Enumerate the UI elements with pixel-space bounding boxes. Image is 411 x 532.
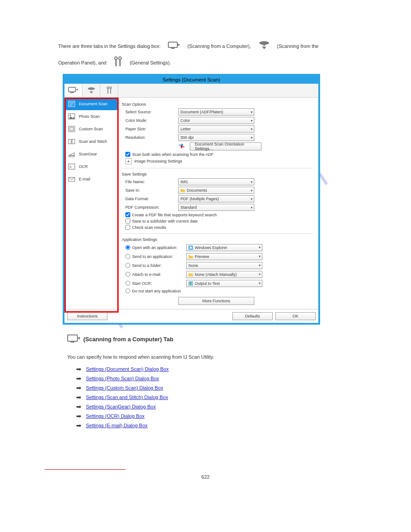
sidebar-item-email[interactable]: E-mail [64, 173, 118, 185]
arrow-icon: ➡ [76, 412, 81, 420]
main-panel: Scan Options Select Source: Document (AD… [118, 98, 318, 309]
sidebar-item-ocr[interactable]: A OCR [64, 160, 118, 173]
link-email[interactable]: Settings (E-mail) Dialog Box [86, 423, 148, 428]
sidebar-item-document-scan[interactable]: Document Scan [64, 98, 118, 110]
link-document-scan[interactable]: Settings (Document Scan) Dialog Box [86, 366, 169, 372]
intro-text-2: (Scanning from a Computer), [188, 43, 251, 51]
start-ocr-radio[interactable]: Start OCR: [125, 281, 184, 286]
sidebar-label: OCR [79, 164, 88, 169]
explorer-icon [188, 245, 193, 250]
svg-rect-24 [68, 139, 71, 144]
open-with-dropdown[interactable]: Windows Explorer [186, 244, 262, 251]
defaults-button[interactable]: Defaults [232, 312, 273, 320]
save-in-dropdown[interactable]: Documents [178, 187, 254, 194]
expand-image-processing-button[interactable]: + [125, 158, 132, 164]
arrow-icon: ➡ [76, 384, 81, 391]
pdf-compression-dropdown[interactable]: Standard [178, 204, 254, 211]
sidebar-label: Scan and Stitch [79, 139, 107, 144]
sidebar-item-scangear[interactable]: ScanGear [64, 148, 118, 160]
svg-point-5 [115, 57, 117, 60]
svg-rect-9 [68, 87, 76, 92]
arrow-icon: ➡ [76, 365, 81, 373]
footnote-rule [45, 469, 125, 470]
checkbox-input[interactable] [125, 152, 130, 157]
attach-email-dropdown[interactable]: None (Attach Manually) [186, 271, 262, 278]
scan-from-computer-icon [67, 334, 81, 344]
send-to-app-dropdown[interactable]: Preview [186, 253, 262, 260]
data-format-label: Data Format: [122, 197, 176, 201]
select-source-label: Select Source: [122, 110, 176, 114]
svg-rect-1 [171, 48, 175, 49]
svg-point-12 [107, 87, 109, 89]
sidebar-item-photo-scan[interactable]: Photo Scan [64, 110, 118, 123]
intro-text-5: (General Settings). [130, 59, 171, 67]
save-settings-heading: Save Settings [122, 172, 313, 176]
svg-rect-23 [70, 128, 73, 130]
swap-icon[interactable] [178, 143, 185, 150]
svg-rect-26 [69, 155, 74, 157]
svg-rect-34 [68, 335, 77, 341]
sidebar-label: Custom Scan [79, 127, 103, 131]
instructions-button[interactable]: Instructions [67, 312, 107, 320]
settings-dialog: Settings (Document Scan) Document Scan [63, 74, 320, 325]
create-pdf-keyword-checkbox[interactable]: Create a PDF file that supports keyword … [125, 212, 313, 217]
save-subfolder-checkbox[interactable]: Save to a subfolder with current date [125, 219, 313, 223]
scangear-icon [68, 151, 75, 157]
more-functions-button[interactable]: More Functions [178, 297, 254, 305]
send-to-app-radio[interactable]: Send to an application: [125, 254, 184, 259]
page-number: 622 [9, 474, 402, 480]
send-to-folder-radio[interactable]: Send to a folder: [125, 263, 184, 268]
attach-email-radio[interactable]: Attach to e-mail: [125, 272, 184, 277]
ok-button[interactable]: OK [275, 312, 316, 320]
data-format-dropdown[interactable]: PDF (Multiple Pages) [178, 195, 254, 202]
do-not-start-radio[interactable]: Do not start any application [125, 288, 313, 293]
arrow-icon: ➡ [76, 403, 81, 410]
file-name-label: File Name: [122, 180, 176, 184]
paper-size-dropdown[interactable]: Letter [178, 125, 254, 133]
orientation-settings-button[interactable]: Document Scan Orientation Settings... [190, 142, 261, 150]
svg-rect-4 [263, 44, 265, 46]
link-scan-stitch[interactable]: Settings (Scan and Stitch) Dialog Box [86, 395, 168, 400]
select-source-dropdown[interactable]: Document (ADF/Platen) [178, 108, 254, 116]
sidebar-label: Photo Scan [79, 114, 100, 119]
open-with-app-radio[interactable]: Open with an application: [125, 245, 184, 250]
folder-icon [188, 254, 193, 259]
sidebar-item-custom-scan[interactable]: Custom Scan [64, 123, 118, 135]
intro-paragraph: There are three tabs in the Settings dia… [58, 40, 380, 69]
text-icon: T [188, 281, 193, 286]
svg-rect-31 [190, 247, 192, 249]
link-photo-scan[interactable]: Settings (Photo Scan) Dialog Box [86, 376, 159, 381]
arrow-icon: ➡ [76, 422, 81, 429]
svg-text:T: T [189, 282, 192, 285]
scan-options-heading: Scan Options [122, 102, 313, 107]
scan-both-sides-checkbox[interactable]: Scan both sides when scanning from the A… [125, 152, 313, 157]
svg-rect-0 [168, 42, 177, 47]
check-results-checkbox[interactable]: Check scan results [125, 225, 313, 230]
sidebar-label: ScanGear [79, 152, 97, 156]
start-ocr-dropdown[interactable]: T Output to Text [186, 280, 262, 287]
intro-text-1: There are three tabs in the Settings dia… [58, 43, 161, 51]
paper-size-label: Paper Size: [122, 127, 176, 131]
color-mode-label: Color Mode: [122, 118, 176, 123]
tab-scan-computer[interactable] [64, 84, 82, 97]
send-to-folder-dropdown[interactable]: None [186, 262, 262, 269]
tab-bar [64, 84, 318, 98]
link-custom-scan[interactable]: Settings (Custom Scan) Dialog Box [86, 385, 163, 390]
resolution-dropdown[interactable]: 300 dpi [178, 134, 254, 141]
link-scangear[interactable]: Settings (ScanGear) Dialog Box [86, 404, 156, 409]
file-name-input[interactable]: IMG [178, 178, 254, 185]
sidebar-item-scan-stitch[interactable]: Scan and Stitch [64, 135, 118, 148]
sidebar: Document Scan Photo Scan Custom Scan Sca… [64, 98, 118, 309]
tab-scan-panel[interactable] [82, 84, 100, 97]
pdf-compression-label: PDF Compression: [122, 205, 176, 210]
svg-rect-10 [70, 92, 74, 93]
intro-text-3: (Scanning from the [277, 43, 319, 51]
ocr-icon: A [68, 163, 75, 170]
tab-section-heading: (Scanning from a Computer) Tab [83, 336, 173, 343]
custom-scan-icon [68, 126, 75, 132]
scan-stitch-icon [68, 138, 75, 145]
general-settings-icon [114, 56, 123, 70]
link-ocr[interactable]: Settings (OCR) Dialog Box [86, 413, 145, 419]
tab-general[interactable] [100, 84, 118, 97]
color-mode-dropdown[interactable]: Color [178, 117, 254, 124]
